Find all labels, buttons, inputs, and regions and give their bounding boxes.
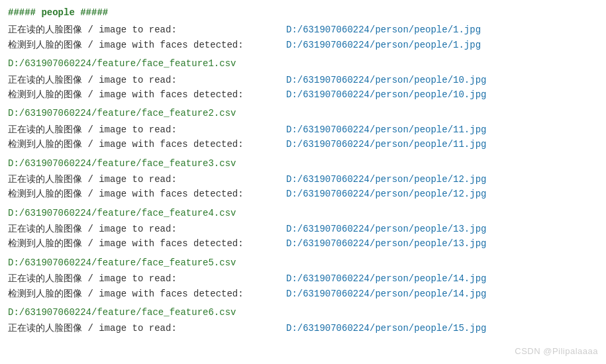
log-label: 正在读的人脸图像 / image to read: (8, 222, 286, 236)
csv-path-2: D:/631907060224/feature/face_feature2.cs… (8, 106, 598, 120)
log-row: 正在读的人脸图像 / image to read:D:/631907060224… (8, 172, 598, 187)
log-label: 正在读的人脸图像 / image to read: (8, 73, 286, 87)
log-label: 正在读的人脸图像 / image to read: (8, 172, 286, 187)
header-line: ##### people ##### (8, 5, 598, 20)
log-path: D:/631907060224/person/people/12.jpg (286, 172, 486, 187)
csv-path-5: D:/631907060224/feature/face_feature5.cs… (8, 255, 598, 270)
log-label: 检测到人脸的图像 / image with faces detected: (8, 236, 286, 251)
log-row: 检测到人脸的图像 / image with faces detected:D:/… (8, 187, 598, 201)
log-label: 检测到人脸的图像 / image with faces detected: (8, 87, 286, 102)
log-group-5: D:/631907060224/feature/face_feature5.cs… (8, 255, 598, 301)
log-row: 正在读的人脸图像 / image to read:D:/631907060224… (8, 73, 598, 87)
log-label: 检测到人脸的图像 / image with faces detected: (8, 38, 286, 52)
groups-container: 正在读的人脸图像 / image to read:D:/631907060224… (8, 23, 598, 336)
log-label: 正在读的人脸图像 / image to read: (8, 271, 286, 286)
log-group-2: D:/631907060224/feature/face_feature2.cs… (8, 106, 598, 152)
log-row: 正在读的人脸图像 / image to read:D:/631907060224… (8, 321, 598, 336)
log-path: D:/631907060224/person/people/14.jpg (286, 271, 486, 286)
log-path: D:/631907060224/person/people/14.jpg (286, 287, 486, 301)
log-label: 检测到人脸的图像 / image with faces detected: (8, 137, 286, 152)
log-row: 检测到人脸的图像 / image with faces detected:D:/… (8, 38, 598, 52)
log-group-3: D:/631907060224/feature/face_feature3.cs… (8, 156, 598, 202)
csv-path-3: D:/631907060224/feature/face_feature3.cs… (8, 156, 598, 171)
log-label: 正在读的人脸图像 / image to read: (8, 23, 286, 37)
log-path: D:/631907060224/person/people/15.jpg (286, 321, 486, 336)
log-path: D:/631907060224/person/people/11.jpg (286, 137, 486, 152)
log-row: 检测到人脸的图像 / image with faces detected:D:/… (8, 287, 598, 301)
log-row: 正在读的人脸图像 / image to read:D:/631907060224… (8, 222, 598, 236)
log-path: D:/631907060224/person/people/1.jpg (286, 38, 481, 52)
log-row: 检测到人脸的图像 / image with faces detected:D:/… (8, 236, 598, 251)
csv-path-4: D:/631907060224/feature/face_feature4.cs… (8, 206, 598, 220)
log-group-0: 正在读的人脸图像 / image to read:D:/631907060224… (8, 23, 598, 52)
log-path: D:/631907060224/person/people/13.jpg (286, 222, 486, 236)
log-row: 检测到人脸的图像 / image with faces detected:D:/… (8, 137, 598, 152)
log-path: D:/631907060224/person/people/1.jpg (286, 23, 481, 37)
log-label: 检测到人脸的图像 / image with faces detected: (8, 287, 286, 301)
log-group-1: D:/631907060224/feature/face_feature1.cs… (8, 56, 598, 102)
log-label: 检测到人脸的图像 / image with faces detected: (8, 187, 286, 201)
console-output: ##### people ##### 正在读的人脸图像 / image to r… (0, 0, 606, 345)
log-path: D:/631907060224/person/people/10.jpg (286, 87, 486, 102)
log-row: 正在读的人脸图像 / image to read:D:/631907060224… (8, 23, 598, 37)
log-label: 正在读的人脸图像 / image to read: (8, 122, 286, 137)
log-row: 检测到人脸的图像 / image with faces detected:D:/… (8, 87, 598, 102)
csv-path-6: D:/631907060224/feature/face_feature6.cs… (8, 305, 598, 320)
log-path: D:/631907060224/person/people/12.jpg (286, 187, 486, 201)
log-path: D:/631907060224/person/people/11.jpg (286, 122, 486, 137)
log-row: 正在读的人脸图像 / image to read:D:/631907060224… (8, 122, 598, 137)
log-label: 正在读的人脸图像 / image to read: (8, 321, 286, 336)
watermark: CSDN @Pilipalaaaa (515, 346, 598, 356)
log-row: 正在读的人脸图像 / image to read:D:/631907060224… (8, 271, 598, 286)
csv-path-1: D:/631907060224/feature/face_feature1.cs… (8, 56, 598, 71)
log-group-6: D:/631907060224/feature/face_feature6.cs… (8, 305, 598, 336)
log-group-4: D:/631907060224/feature/face_feature4.cs… (8, 206, 598, 251)
log-path: D:/631907060224/person/people/10.jpg (286, 73, 486, 87)
log-path: D:/631907060224/person/people/13.jpg (286, 236, 486, 251)
